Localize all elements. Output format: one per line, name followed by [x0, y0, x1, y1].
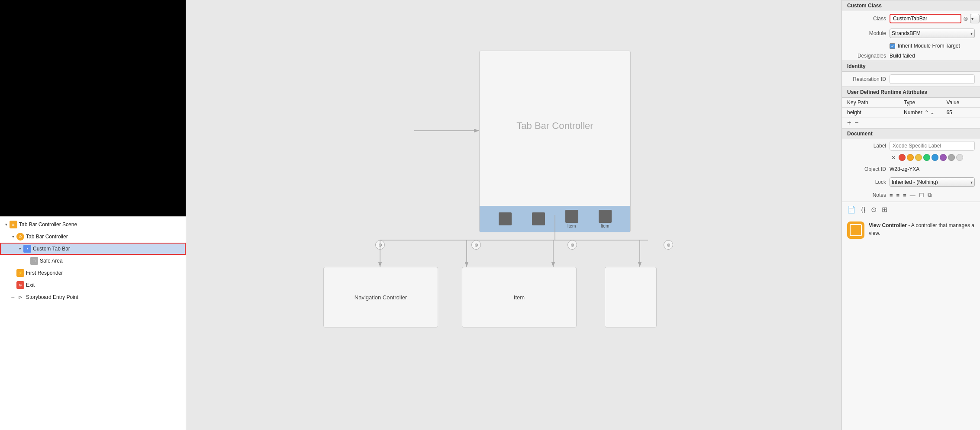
- doc-label-input[interactable]: [890, 141, 975, 151]
- color-dot-gray[interactable]: [948, 154, 955, 161]
- notes-checkbox-icon[interactable]: ☐: [919, 192, 924, 199]
- add-runtime-attr-btn[interactable]: +: [847, 119, 851, 126]
- lock-select[interactable]: Inherited - (Nothing) ▾: [890, 177, 975, 187]
- plus-minus-row: + −: [842, 118, 980, 128]
- phone-tabbar: Item Item: [480, 206, 630, 232]
- custom-tabbar-label: Custom Tab Bar: [33, 246, 70, 252]
- inherit-row: ✓ Inherit Module From Target: [842, 41, 980, 51]
- notes-dash[interactable]: —: [910, 192, 916, 199]
- tab-label-3: Item: [567, 224, 576, 228]
- color-dot-red[interactable]: [899, 154, 906, 161]
- class-clear-btn[interactable]: ⊗: [963, 15, 968, 22]
- toolbar-circle-icon[interactable]: ⊙: [871, 205, 877, 214]
- col-value-header: Value: [946, 99, 975, 106]
- checkbox-checkmark: ✓: [891, 44, 894, 48]
- module-chevron: ▾: [970, 31, 973, 36]
- tree-item-tabbar-ctrl[interactable]: ▾ ⊙ Tab Bar Controller: [0, 231, 186, 243]
- item-controller-box: Item: [462, 267, 577, 327]
- entry-arrow-connector: [414, 126, 484, 136]
- tree-item-first-responder[interactable]: ▸ ⚡ First Responder: [0, 267, 186, 279]
- tree-item-entry-point[interactable]: → ⊳ Storyboard Entry Point: [0, 291, 186, 303]
- tabbar-ctrl-label: Tab Bar Controller: [26, 234, 68, 240]
- class-input-container: ⊗ ▾: [890, 14, 980, 23]
- expand-arrow-tabbar[interactable]: ▾: [10, 234, 16, 239]
- entry-icon: ⊳: [16, 293, 24, 301]
- vc-icon: [847, 221, 864, 239]
- expand-arrow-scene[interactable]: ▾: [3, 222, 9, 227]
- first-responder-label: First Responder: [26, 270, 63, 276]
- stepper-down[interactable]: ⌄: [930, 109, 935, 116]
- runtime-table-header: Key Path Type Value: [842, 98, 980, 108]
- class-chevron: ▾: [971, 16, 974, 21]
- color-dot-yellow[interactable]: [915, 154, 922, 161]
- exit-icon: ⊗: [16, 281, 24, 289]
- safe-area-label: Safe Area: [40, 258, 63, 264]
- runtime-attrs-section-header: User Defined Runtime Attributes: [842, 87, 980, 98]
- vc-text: View Controller - A controller that mana…: [869, 221, 975, 237]
- item2-controller-box: [605, 267, 657, 327]
- color-dot-orange[interactable]: [907, 154, 914, 161]
- class-select-btn[interactable]: ▾: [970, 14, 980, 23]
- tab-icon-3: [565, 210, 578, 223]
- notes-align-right[interactable]: ≡: [903, 192, 906, 199]
- color-dot-light[interactable]: [956, 154, 963, 161]
- lock-label: Lock: [847, 179, 886, 185]
- inherit-checkbox[interactable]: ✓: [890, 43, 895, 49]
- lock-chevron: ▾: [970, 180, 973, 185]
- notes-link-icon[interactable]: ⧉: [928, 192, 932, 199]
- module-select[interactable]: StrandsBFM ▾: [890, 29, 975, 38]
- toolbar-grid-icon[interactable]: ⊞: [882, 205, 887, 214]
- connection-nodes: ⊛ ⊛ ⊛ ⊛: [375, 240, 673, 250]
- runtime-attrs-title: User Defined Runtime Attributes: [847, 89, 927, 95]
- tab-label-4: Item: [601, 224, 609, 228]
- color-dot-blue[interactable]: [932, 154, 938, 161]
- module-row: Module StrandsBFM ▾: [842, 26, 980, 41]
- document-section-header: Document: [842, 128, 980, 139]
- tabbar-ctrl-icon: ⊙: [16, 233, 24, 241]
- tree-item-scene[interactable]: ▾ ≡ Tab Bar Controller Scene: [0, 218, 186, 231]
- remove-runtime-attr-btn[interactable]: −: [854, 119, 858, 126]
- tree-item-safe-area[interactable]: ▸ □ Safe Area: [0, 255, 186, 267]
- notes-align-center[interactable]: ≡: [896, 192, 900, 199]
- middle-canvas[interactable]: Tab Bar Controller Item Item: [186, 0, 841, 430]
- node-1: ⊛: [375, 240, 385, 250]
- custom-class-title: Custom Class: [847, 3, 882, 9]
- tree-item-exit[interactable]: ▸ ⊗ Exit: [0, 279, 186, 291]
- tab-item-4: Item: [599, 210, 612, 228]
- vc-title: View Controller: [869, 222, 907, 228]
- node-4: ⊛: [664, 240, 673, 250]
- notes-icons: ≡ ≡ ≡ — ☐ ⧉: [890, 192, 932, 199]
- module-field-label: Module: [847, 30, 886, 36]
- right-panel: Custom Class Class ⊗ ▾ Module StrandsBFM…: [841, 0, 980, 430]
- document-title: Document: [847, 131, 873, 137]
- toolbar-code-icon[interactable]: {}: [861, 206, 866, 214]
- toolbar-document-icon[interactable]: 📄: [847, 205, 856, 214]
- lock-row: Lock Inherited - (Nothing) ▾: [842, 176, 980, 189]
- runtime-table-row[interactable]: height Number ⌃ ⌄ 65: [842, 108, 980, 118]
- tab-item-1: [499, 212, 512, 225]
- color-x-btn[interactable]: ✕: [891, 154, 896, 161]
- tree-item-custom-tabbar[interactable]: ▾ ▪ Custom Tab Bar: [0, 243, 186, 255]
- entry-arrow: →: [10, 295, 16, 300]
- designables-label: Designables: [847, 53, 886, 59]
- doc-label-field-label: Label: [847, 143, 886, 149]
- expand-arrow-custom[interactable]: ▾: [17, 246, 23, 251]
- class-input[interactable]: [890, 14, 961, 23]
- tab-icon-4: [599, 210, 612, 223]
- color-dot-purple[interactable]: [940, 154, 947, 161]
- safe-area-icon: □: [30, 257, 38, 265]
- row-type: Number ⌃ ⌄: [904, 109, 946, 116]
- object-id-label: Object ID: [847, 166, 886, 172]
- restoration-id-input[interactable]: [890, 74, 975, 84]
- class-field-label: Class: [847, 16, 886, 22]
- storyboard-area: Tab Bar Controller Item Item: [319, 42, 709, 388]
- color-dot-green[interactable]: [923, 154, 930, 161]
- phone-mock: Tab Bar Controller Item Item: [479, 51, 631, 232]
- notes-align-left[interactable]: ≡: [890, 192, 893, 199]
- object-id-row: Object ID W28-zg-YXA: [842, 163, 980, 176]
- vc-info-row: View Controller - A controller that mana…: [842, 217, 980, 243]
- node-2: ⊛: [471, 240, 481, 250]
- stepper-up[interactable]: ⌃: [925, 109, 929, 116]
- designables-value: Build failed: [890, 53, 915, 59]
- left-panel: ▾ ≡ Tab Bar Controller Scene ▾ ⊙ Tab Bar…: [0, 0, 186, 430]
